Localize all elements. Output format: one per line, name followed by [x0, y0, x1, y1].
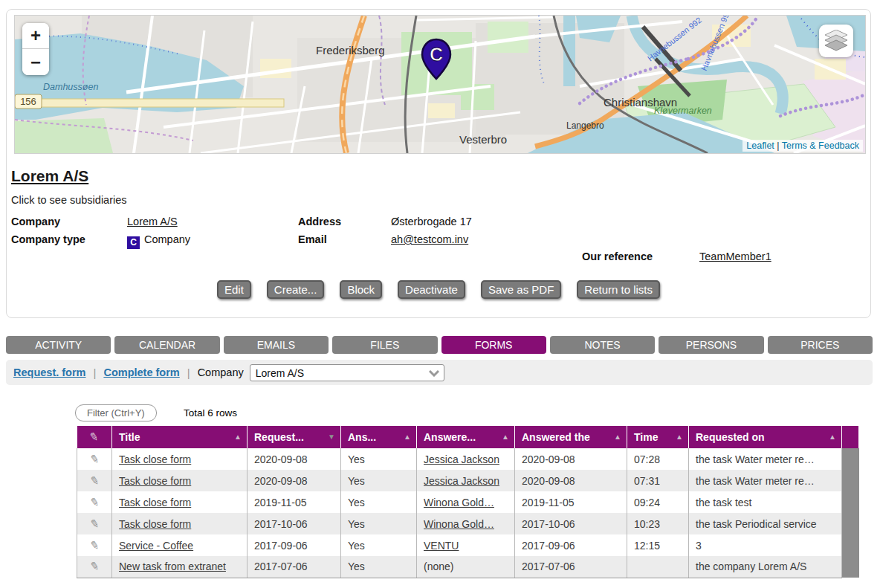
form-title-link[interactable]: Task close form: [119, 518, 191, 530]
map-label-frederiksberg: Frederiksberg: [316, 44, 385, 56]
toolbar-separator-2: |: [187, 366, 190, 379]
table-row: ✎ Task close form 2020-09-08 Yes Jessica…: [77, 448, 859, 470]
answered-by-link[interactable]: Winona Gold…: [424, 497, 494, 508]
table-header-row: ✎ Title▲ Request...▼ Ans...▲ Answere...▲…: [77, 426, 859, 448]
column-header-requested-on[interactable]: Requested on▲: [689, 426, 842, 448]
forms-toolbar: Request. form | Complete form | Company …: [6, 360, 873, 385]
map-layers-control[interactable]: [819, 25, 853, 57]
map-zoom-control: + −: [22, 23, 49, 75]
column-header-title[interactable]: Title▲: [112, 426, 248, 448]
deactivate-button[interactable]: Deactivate: [398, 280, 465, 299]
tab-persons[interactable]: PERSONS: [659, 336, 763, 354]
tab-activity[interactable]: ACTIVITY: [6, 336, 111, 354]
email-field-link[interactable]: ah@testcom.inv: [391, 233, 468, 245]
tab-prices[interactable]: PRICES: [768, 336, 873, 354]
company-field-label: Company: [11, 216, 60, 227]
toolbar-separator: |: [94, 366, 97, 379]
table-row: ✎ Task close form 2020-09-08 Yes Jessica…: [77, 470, 859, 491]
tab-calendar[interactable]: CALENDAR: [114, 336, 219, 354]
save-as-pdf-button[interactable]: Save as PDF: [481, 280, 561, 299]
column-header-answered-by[interactable]: Answere...▲: [417, 426, 515, 448]
company-title-link[interactable]: Lorem A/S: [11, 167, 88, 185]
pencil-icon: ✎: [88, 430, 100, 445]
column-header-edit: ✎: [77, 426, 112, 448]
forms-table: ✎ Title▲ Request...▼ Ans...▲ Answere...▲…: [77, 426, 859, 578]
chevron-down-icon: [429, 370, 439, 377]
answered-by-link[interactable]: VENTU: [424, 540, 459, 552]
form-title-link[interactable]: New task from extranet: [119, 560, 226, 572]
form-title-link[interactable]: Service - Coffee: [119, 540, 193, 552]
total-rows-text: Total 6 rows: [184, 407, 237, 419]
column-header-time[interactable]: Time▲: [627, 426, 689, 448]
table-row: ✎ New task from extranet 2017-07-06 Yes …: [77, 556, 859, 578]
request-form-link[interactable]: Request. form: [13, 366, 86, 378]
tab-notes[interactable]: NOTES: [550, 336, 655, 354]
company-map-marker[interactable]: C: [420, 38, 453, 81]
column-header-requested[interactable]: Request...▼: [248, 426, 341, 448]
our-reference-link[interactable]: TeamMember1: [699, 251, 771, 262]
leaflet-attribution-link[interactable]: Leaflet: [746, 140, 774, 151]
layers-icon: [824, 30, 848, 52]
table-row: ✎ Task close form 2017-10-06 Yes Winona …: [77, 513, 859, 534]
company-select[interactable]: Lorem A/S: [250, 364, 444, 381]
sort-desc-icon: ▼: [328, 433, 335, 441]
map-label-damhussoen: Damhussøen: [43, 82, 98, 92]
sort-asc-icon: ▲: [676, 433, 683, 441]
column-header-answered[interactable]: Ans...▲: [341, 426, 417, 448]
answered-by-link[interactable]: Winona Gold…: [424, 518, 494, 530]
sort-asc-icon: ▲: [404, 433, 411, 441]
map-zoom-in-button[interactable]: +: [22, 23, 49, 49]
email-field-label: Email: [298, 233, 327, 245]
map-label-vesterbro: Vesterbro: [459, 133, 507, 146]
edit-pencil-icon[interactable]: ✎: [88, 538, 100, 553]
subsidiaries-hint[interactable]: Click to see subsidiaries: [11, 194, 127, 206]
map-road-shield: 156: [20, 96, 36, 107]
company-select-value: Lorem A/S: [256, 367, 304, 379]
answered-by-link[interactable]: Jessica Jackson: [424, 453, 499, 465]
company-field-link[interactable]: Lorem A/S: [127, 216, 178, 227]
block-button[interactable]: Block: [340, 280, 382, 299]
sort-asc-icon: ▲: [829, 433, 836, 441]
edit-pencil-icon[interactable]: ✎: [88, 452, 100, 467]
map-label-langebro: Langebro: [566, 120, 604, 131]
sort-asc-icon: ▲: [614, 433, 621, 441]
tab-files[interactable]: FILES: [332, 336, 437, 354]
column-header-spacer: [842, 426, 859, 448]
answered-by-link[interactable]: Jessica Jackson: [424, 475, 499, 487]
marker-letter: C: [430, 44, 443, 65]
info-row-2: Company type CCompany Email ah@testcom.i…: [7, 233, 870, 248]
table-scroll-strip: [842, 448, 859, 578]
map[interactable]: 156 Frederiksberg Vesterbro Christiansha…: [14, 15, 866, 154]
return-to-lists-button[interactable]: Return to lists: [577, 280, 660, 299]
sort-asc-icon: ▲: [502, 433, 509, 441]
column-header-answered-the[interactable]: Answered the▲: [515, 426, 627, 448]
company-type-label: Company type: [11, 233, 85, 245]
page: 156 Frederiksberg Vesterbro Christiansha…: [0, 0, 880, 588]
filter-button[interactable]: Filter (Ctrl+Y): [75, 404, 157, 421]
company-type-value: CCompany: [127, 233, 190, 249]
answered-by-none: (none): [424, 560, 453, 572]
table-row: ✎ Task close form 2019-11-05 Yes Winona …: [77, 491, 859, 513]
edit-pencil-icon[interactable]: ✎: [88, 474, 100, 488]
tab-forms[interactable]: FORMS: [441, 336, 546, 354]
terms-feedback-link[interactable]: Terms & Feedback: [782, 140, 859, 151]
address-field-value: Østerbrogade 17: [391, 216, 472, 227]
form-title-link[interactable]: Task close form: [119, 475, 191, 487]
company-type-text: Company: [144, 233, 190, 245]
map-zoom-out-button[interactable]: −: [22, 49, 49, 75]
company-select-label: Company: [198, 366, 244, 378]
edit-pencil-icon[interactable]: ✎: [88, 495, 100, 510]
section-tabs: ACTIVITY CALENDAR EMAILS FILES FORMS NOT…: [6, 336, 873, 354]
edit-pencil-icon[interactable]: ✎: [88, 559, 100, 574]
create-button[interactable]: Create...: [267, 280, 325, 299]
sort-asc-icon: ▲: [234, 433, 242, 441]
tab-emails[interactable]: EMAILS: [224, 336, 329, 354]
form-title-link[interactable]: Task close form: [119, 497, 191, 508]
edit-button[interactable]: Edit: [217, 280, 251, 299]
company-detail-card: 156 Frederiksberg Vesterbro Christiansha…: [6, 9, 871, 318]
complete-form-link[interactable]: Complete form: [103, 366, 179, 378]
edit-pencil-icon[interactable]: ✎: [88, 517, 100, 532]
company-type-badge: C: [127, 236, 140, 249]
form-title-link[interactable]: Task close form: [119, 453, 191, 465]
our-reference-label: Our reference: [582, 251, 653, 262]
